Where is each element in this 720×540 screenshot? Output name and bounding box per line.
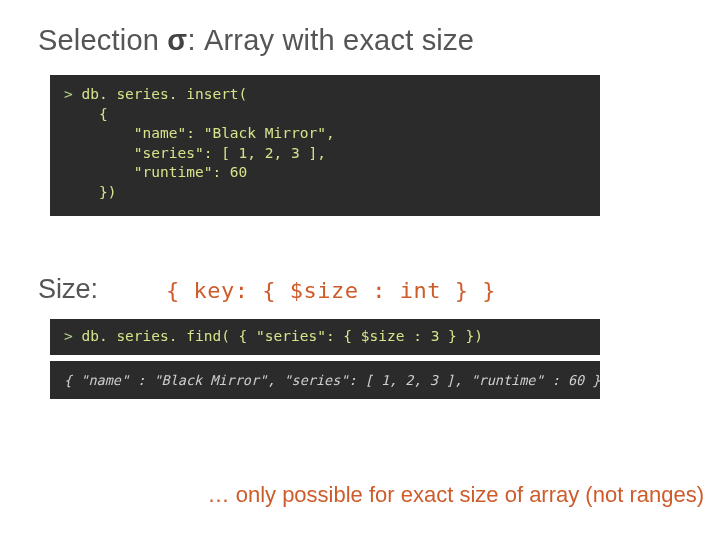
size-row: Size: { key: { $size : int } }	[38, 274, 682, 305]
code-line: "name": "Black Mirror",	[64, 125, 335, 141]
code-line: })	[64, 184, 116, 200]
code-block-find: > db. series. find( { "series": { $size …	[50, 319, 600, 355]
result-block: { "name" : "Black Mirror", "series": [ 1…	[50, 361, 600, 399]
title-post: : Array with exact size	[187, 24, 474, 56]
code-line: {	[64, 106, 108, 122]
title-pre: Selection	[38, 24, 167, 56]
insert-command: db. series. insert(	[81, 86, 247, 102]
footnote: … only possible for exact size of array …	[208, 482, 704, 508]
page-title: Selection σ: Array with exact size	[38, 24, 682, 57]
code-block-insert: > db. series. insert( { "name": "Black M…	[50, 75, 600, 216]
prompt-symbol: >	[64, 86, 73, 102]
slide: Selection σ: Array with exact size > db.…	[0, 0, 720, 540]
result-line: { "name" : "Black Mirror", "series": [ 1…	[64, 372, 600, 388]
sigma-symbol: σ	[167, 24, 187, 56]
size-expression: { key: { $size : int } }	[166, 278, 496, 303]
find-command: db. series. find( { "series": { $size : …	[81, 328, 483, 344]
prompt-symbol: >	[64, 328, 73, 344]
code-line: "series": [ 1, 2, 3 ],	[64, 145, 326, 161]
size-label: Size:	[38, 274, 166, 305]
code-line: "runtime": 60	[64, 164, 247, 180]
